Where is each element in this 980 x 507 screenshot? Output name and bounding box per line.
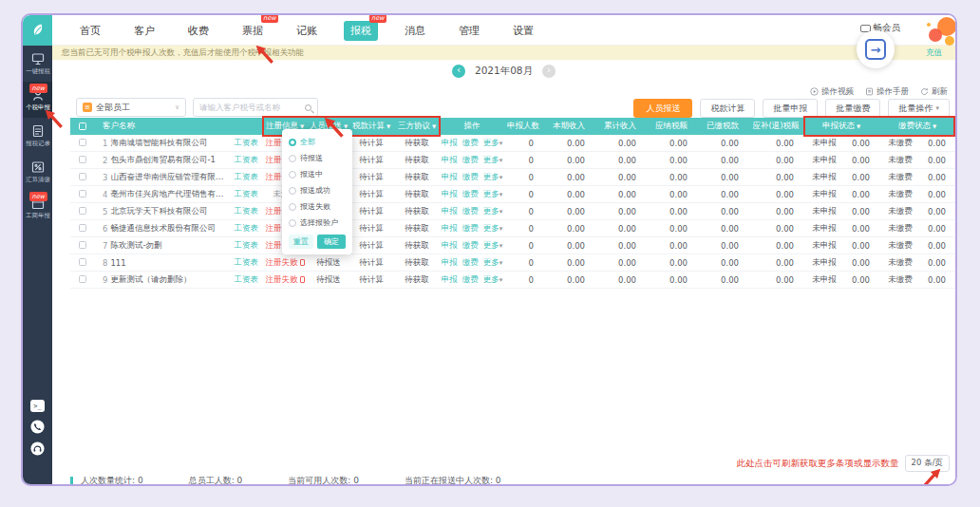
op-link-更多[interactable]: 更多▾ bbox=[483, 138, 503, 149]
document-icon[interactable] bbox=[300, 276, 305, 283]
payroll-link[interactable]: 工资表 bbox=[235, 223, 263, 235]
op-link-缴费[interactable]: 缴费 bbox=[462, 223, 479, 235]
quicklink-刷新[interactable]: 刷新 bbox=[920, 86, 948, 98]
filter-option-报送成功[interactable]: 报送成功 bbox=[289, 182, 346, 198]
row-checkbox[interactable] bbox=[79, 275, 86, 283]
op-link-更多[interactable]: 更多▾ bbox=[483, 240, 503, 252]
op-link-申报[interactable]: 申报 bbox=[442, 240, 458, 252]
period-prev-button[interactable]: ‹ bbox=[452, 65, 465, 78]
op-link-申报[interactable]: 申报 bbox=[442, 189, 458, 200]
filter-option-label: 选择报验户 bbox=[300, 217, 338, 228]
nav-item-报税[interactable]: 报税new bbox=[344, 21, 378, 41]
period-next-button[interactable]: › bbox=[542, 65, 556, 78]
op-link-更多[interactable]: 更多▾ bbox=[483, 274, 503, 286]
search-input[interactable] bbox=[199, 103, 305, 112]
report-amount-cell: 0.00 bbox=[845, 156, 879, 165]
row-checkbox[interactable] bbox=[79, 156, 86, 163]
filter-option-报送失败[interactable]: 报送失败 bbox=[289, 198, 346, 215]
select-all-checkbox[interactable] bbox=[79, 122, 86, 130]
nav-item-客户[interactable]: 客户 bbox=[127, 21, 161, 41]
payroll-link[interactable]: 工资表 bbox=[235, 189, 263, 200]
op-link-更多[interactable]: 更多▾ bbox=[483, 172, 503, 183]
staff-submit-button[interactable]: 人员报送 bbox=[633, 99, 692, 118]
payroll-link[interactable]: 工资表 bbox=[235, 172, 263, 183]
operations-cell: 申报缴费更多▾ bbox=[441, 189, 503, 200]
op-link-缴费[interactable]: 缴费 bbox=[462, 189, 479, 200]
payroll-link[interactable]: 工资表 bbox=[235, 257, 263, 269]
op-link-申报[interactable]: 申报 bbox=[442, 206, 458, 217]
op-link-申报[interactable]: 申报 bbox=[442, 257, 458, 269]
terminal-icon[interactable]: >_ bbox=[30, 400, 45, 412]
employee-filter-dropdown[interactable]: ≡ 全部员工 ∨ bbox=[76, 98, 186, 117]
op-link-更多[interactable]: 更多▾ bbox=[483, 189, 503, 200]
op-link-缴费[interactable]: 缴费 bbox=[462, 274, 479, 286]
row-checkbox[interactable] bbox=[79, 241, 86, 249]
sidebar-item-一键报税[interactable]: 一键报税 bbox=[23, 46, 52, 82]
op-link-缴费[interactable]: 缴费 bbox=[462, 138, 479, 149]
filter-reset-button[interactable]: 重置 bbox=[289, 235, 313, 249]
filter-option-待报送[interactable]: 待报送 bbox=[289, 150, 346, 166]
payroll-link[interactable]: 工资表 bbox=[235, 138, 263, 149]
button-税款计算[interactable]: 税款计算 bbox=[700, 99, 755, 118]
agreement-cell: 待获取 bbox=[393, 240, 441, 252]
filter-confirm-button[interactable]: 确定 bbox=[317, 235, 346, 249]
filter-icon[interactable]: ▼ bbox=[933, 123, 936, 129]
nav-item-设置[interactable]: 设置 bbox=[506, 21, 540, 41]
row-checkbox[interactable] bbox=[79, 258, 86, 266]
declare-count-cell: 0 bbox=[503, 139, 543, 148]
customer-name: 111 bbox=[110, 258, 231, 268]
customer-name-cell: 2包头市鼎创海贸易有限公司-1工资表 bbox=[95, 155, 262, 166]
quicklink-操作视频[interactable]: 操作视频 bbox=[810, 86, 854, 98]
tax-paid-cell: 0.00 bbox=[697, 275, 748, 285]
row-checkbox[interactable] bbox=[79, 190, 86, 197]
row-checkbox[interactable] bbox=[79, 139, 86, 146]
op-link-申报[interactable]: 申报 bbox=[442, 172, 458, 183]
button-批量操作[interactable]: 批量操作▾ bbox=[888, 99, 950, 118]
nav-item-首页[interactable]: 首页 bbox=[73, 21, 107, 41]
nav-item-记账[interactable]: 记账 bbox=[290, 21, 324, 41]
row-checkbox[interactable] bbox=[79, 207, 86, 215]
nav-item-收费[interactable]: 收费 bbox=[181, 21, 216, 41]
op-link-申报[interactable]: 申报 bbox=[442, 223, 458, 235]
op-link-更多[interactable]: 更多▾ bbox=[483, 223, 503, 235]
sidebar-item-汇算清缴[interactable]: 汇算清缴 bbox=[23, 154, 52, 190]
op-link-申报[interactable]: 申报 bbox=[442, 274, 458, 286]
op-link-缴费[interactable]: 缴费 bbox=[462, 172, 479, 183]
nav-item-票据[interactable]: 票据new bbox=[236, 21, 270, 41]
nav-item-消息[interactable]: 消息 bbox=[398, 21, 432, 41]
table-row: 4亳州市佳兴房地产代理销售有限公...工资表未注册待报送待计算待获取申报缴费更多… bbox=[70, 186, 955, 203]
button-批量缴费[interactable]: 批量缴费 bbox=[825, 99, 880, 118]
op-link-更多[interactable]: 更多▾ bbox=[483, 206, 503, 217]
headset-icon[interactable] bbox=[30, 441, 45, 456]
op-link-申报[interactable]: 申报 bbox=[442, 155, 458, 166]
exit-icon[interactable]: → bbox=[857, 30, 895, 68]
phone-icon[interactable] bbox=[30, 420, 45, 434]
op-link-缴费[interactable]: 缴费 bbox=[462, 206, 479, 217]
op-link-更多[interactable]: 更多▾ bbox=[483, 257, 503, 269]
payroll-link[interactable]: 工资表 bbox=[235, 240, 263, 252]
filter-icon[interactable]: ▼ bbox=[386, 123, 390, 129]
chevron-down-icon: ∨ bbox=[175, 103, 179, 111]
filter-option-报送中[interactable]: 报送中 bbox=[289, 166, 346, 182]
payroll-link[interactable]: 工资表 bbox=[235, 274, 263, 286]
column-header-label: 申报状态 bbox=[822, 121, 855, 132]
op-link-缴费[interactable]: 缴费 bbox=[462, 257, 479, 269]
filter-option-选择报验户[interactable]: 选择报验户 bbox=[289, 215, 346, 231]
nav-item-管理[interactable]: 管理 bbox=[452, 21, 486, 41]
payroll-link[interactable]: 工资表 bbox=[235, 206, 263, 217]
document-icon[interactable] bbox=[300, 259, 305, 266]
row-checkbox[interactable] bbox=[79, 173, 86, 180]
sidebar-item-工商年报[interactable]: new工商年报 bbox=[23, 190, 52, 226]
row-checkbox[interactable] bbox=[79, 224, 86, 232]
op-link-申报[interactable]: 申报 bbox=[442, 138, 458, 149]
button-批量申报[interactable]: 批量申报 bbox=[763, 99, 818, 118]
filter-icon[interactable]: ▼ bbox=[432, 123, 436, 129]
filter-icon[interactable]: ▼ bbox=[857, 123, 860, 129]
quicklink-操作手册[interactable]: 操作手册 bbox=[865, 86, 909, 98]
op-link-缴费[interactable]: 缴费 bbox=[462, 155, 479, 166]
app-logo[interactable] bbox=[23, 15, 52, 46]
op-link-缴费[interactable]: 缴费 bbox=[462, 240, 479, 252]
op-link-更多[interactable]: 更多▾ bbox=[483, 155, 503, 166]
payroll-link[interactable]: 工资表 bbox=[235, 155, 263, 166]
search-icon[interactable] bbox=[305, 104, 311, 111]
